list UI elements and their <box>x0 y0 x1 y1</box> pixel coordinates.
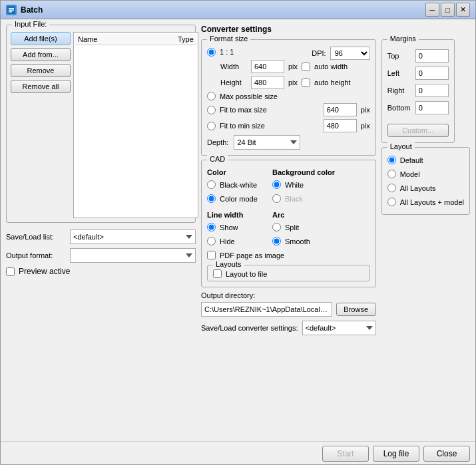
left-input[interactable] <box>415 67 449 80</box>
preview-active-label[interactable]: Preview active <box>19 267 70 276</box>
preview-active-checkbox[interactable] <box>6 267 15 276</box>
btn-column: Add file(s) Add from... Remove Remove al… <box>11 32 71 218</box>
radio-color-mode[interactable] <box>207 194 216 203</box>
layout-to-file-checkbox[interactable] <box>213 269 222 278</box>
radio-layout-default[interactable] <box>387 156 396 164</box>
layouts-group: Layouts Layout to file <box>207 265 370 281</box>
save-load-label: Save/Load list: <box>6 233 66 241</box>
max-possible-row: Max possible size <box>207 92 370 100</box>
line-width-label: Line width <box>207 211 267 219</box>
save-load-select[interactable]: <default> <box>70 230 196 244</box>
color-label: Color <box>207 168 267 176</box>
radio-split[interactable] <box>272 223 281 232</box>
smooth-label[interactable]: Smooth <box>285 237 310 245</box>
browse-button[interactable]: Browse <box>336 303 376 316</box>
width-label: Width <box>220 63 247 71</box>
close-button[interactable]: Close <box>423 446 470 462</box>
file-list[interactable]: Name Type <box>73 32 198 218</box>
black-white-row: Black-white <box>207 180 267 189</box>
output-dir-section: Output directory: Browse <box>201 291 376 317</box>
svg-rect-1 <box>9 8 14 9</box>
bottom-input[interactable] <box>415 101 449 114</box>
layout-sub: Default Model All Layouts <box>387 156 464 209</box>
depth-select[interactable]: 24 Bit 8 Bit 16 Bit 32 Bit <box>234 135 300 150</box>
layout-default-label[interactable]: Default <box>400 156 423 164</box>
split-label[interactable]: Split <box>285 224 299 232</box>
input-file-inner: Add file(s) Add from... Remove Remove al… <box>11 32 191 218</box>
layout-to-file-label[interactable]: Layout to file <box>226 270 267 278</box>
top-input[interactable] <box>415 49 449 63</box>
add-files-button[interactable]: Add file(s) <box>11 32 71 45</box>
log-file-button[interactable]: Log file <box>373 446 419 462</box>
radio-bg-black[interactable] <box>272 194 281 203</box>
output-format-select[interactable] <box>70 248 196 263</box>
pdf-page-checkbox[interactable] <box>207 251 216 259</box>
minimize-button[interactable]: ─ <box>425 3 439 17</box>
layout-model-label[interactable]: Model <box>400 170 420 178</box>
radio-max-possible[interactable] <box>207 92 216 100</box>
format-size-group: Format size 1 : 1 DPI: <box>201 39 376 156</box>
height-label: Height <box>220 78 247 86</box>
width-unit: pix <box>288 63 298 71</box>
bg-white-label[interactable]: White <box>285 181 304 189</box>
show-label[interactable]: Show <box>220 224 238 232</box>
batch-window: Batch ─ □ ✕ Input File: Add file(s) Add … <box>0 0 476 465</box>
dpi-select[interactable]: 96 72 150 300 <box>330 47 370 60</box>
close-window-button[interactable]: ✕ <box>456 3 470 17</box>
auto-height-checkbox[interactable] <box>302 78 310 87</box>
col-type: Type <box>178 35 194 43</box>
all-layouts-model-label[interactable]: All Layouts + model <box>400 198 464 206</box>
show-row: Show <box>207 223 267 232</box>
max-possible-label[interactable]: Max possible size <box>220 92 278 100</box>
fit-min-label[interactable]: Fit to min size <box>220 122 265 130</box>
right-top: Format size 1 : 1 DPI: <box>201 39 470 335</box>
auto-width-checkbox[interactable] <box>302 63 310 71</box>
radio-all-layouts[interactable] <box>387 184 396 192</box>
height-input[interactable] <box>251 76 284 89</box>
save-load-converter-label: Save/Load converter settings: <box>201 324 298 332</box>
fit-max-label[interactable]: Fit to max size <box>220 106 267 114</box>
title-bar: Batch ─ □ ✕ <box>1 1 475 19</box>
black-white-label[interactable]: Black-white <box>220 181 257 189</box>
add-from-button[interactable]: Add from... <box>11 48 71 61</box>
input-file-label: Input File: <box>12 20 49 28</box>
bg-black-label[interactable]: Black <box>285 195 303 203</box>
radio-1to1[interactable] <box>207 48 216 57</box>
bg-white-row: White <box>272 180 346 189</box>
auto-width-label[interactable]: auto width <box>314 63 348 71</box>
main-row: Input File: Add file(s) Add from... Remo… <box>6 25 470 436</box>
fit-max-input[interactable] <box>324 103 357 116</box>
right-input[interactable] <box>415 84 449 97</box>
bg-color-label: Background color <box>272 168 346 176</box>
radio-black-white[interactable] <box>207 180 216 189</box>
smooth-row: Smooth <box>272 237 332 245</box>
top-label: Top <box>387 52 413 60</box>
radio-bg-white[interactable] <box>272 180 281 189</box>
radio-fit-max[interactable] <box>207 106 216 114</box>
radio-1to1-label[interactable]: 1 : 1 <box>220 48 234 56</box>
radio-smooth[interactable] <box>272 237 281 245</box>
radio-fit-min[interactable] <box>207 122 216 130</box>
layout-model-row: Model <box>387 170 464 178</box>
remove-button[interactable]: Remove <box>11 64 71 77</box>
pdf-page-label[interactable]: PDF page as image <box>220 251 284 259</box>
fit-min-input[interactable] <box>324 119 357 132</box>
all-layouts-label[interactable]: All Layouts <box>400 184 436 192</box>
width-input[interactable] <box>251 60 284 73</box>
radio-layout-model[interactable] <box>387 170 396 178</box>
output-path-input[interactable] <box>201 302 332 317</box>
save-load-converter-select[interactable]: <default> <box>302 321 376 335</box>
remove-all-button[interactable]: Remove all <box>11 80 71 93</box>
color-mode-label[interactable]: Color mode <box>220 195 258 203</box>
radio-show[interactable] <box>207 223 216 232</box>
radio-hide[interactable] <box>207 237 216 245</box>
maximize-button[interactable]: □ <box>441 3 455 17</box>
format-size-label: Format size <box>207 35 250 43</box>
hide-label[interactable]: Hide <box>220 237 235 245</box>
custom-button[interactable]: Custom... <box>387 124 449 137</box>
auto-height-label[interactable]: auto height <box>314 78 350 86</box>
height-unit: pix <box>288 78 298 86</box>
layout-group: Layout Default Model <box>381 147 470 215</box>
radio-all-layouts-model[interactable] <box>387 198 396 206</box>
start-button[interactable]: Start <box>322 446 369 462</box>
